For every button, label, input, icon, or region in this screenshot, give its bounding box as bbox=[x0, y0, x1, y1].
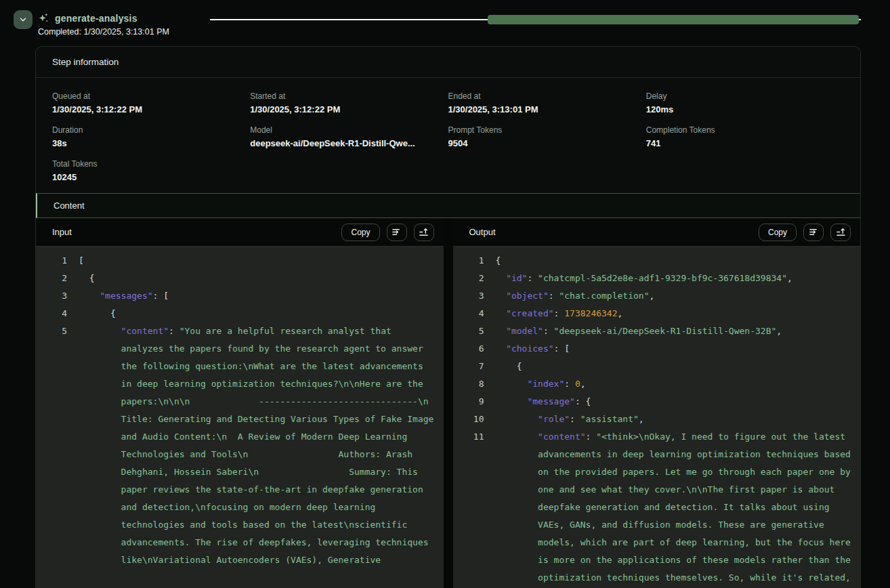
scroll-top-icon bbox=[419, 227, 429, 237]
code-text: "created": 1738246342, bbox=[496, 305, 851, 322]
json-punct: , bbox=[649, 291, 654, 301]
json-punct: : bbox=[564, 379, 575, 389]
step-heading: generate-analysis Completed: 1/30/2025, … bbox=[38, 12, 169, 37]
wrap-text-icon bbox=[809, 227, 819, 237]
json-punct: : bbox=[554, 308, 565, 318]
info-field-value: 9504 bbox=[448, 138, 638, 148]
info-field-value: 10245 bbox=[52, 172, 242, 182]
json-punct: [ bbox=[79, 255, 84, 266]
json-key: "model" bbox=[506, 326, 543, 336]
code-text: "role": "assistant", bbox=[496, 411, 851, 428]
json-punct: : bbox=[549, 291, 559, 301]
info-field-label: Queued at bbox=[52, 91, 242, 101]
line-number: 6 bbox=[469, 340, 484, 358]
code-text: { bbox=[79, 305, 434, 322]
line-number: 2 bbox=[52, 270, 67, 287]
info-field-label: Model bbox=[250, 125, 440, 135]
scroll-top-button[interactable] bbox=[414, 224, 434, 241]
code-text: "content": "You are a helpful research a… bbox=[79, 322, 434, 569]
code-text: { bbox=[496, 252, 851, 270]
info-field-value: 1/30/2025, 3:12:22 PM bbox=[250, 104, 440, 114]
code-text: { bbox=[496, 358, 851, 375]
json-key: "object" bbox=[506, 291, 549, 301]
info-field: Prompt Tokens9504 bbox=[448, 114, 646, 148]
info-field-label: Prompt Tokens bbox=[448, 125, 638, 135]
copy-button[interactable]: Copy bbox=[759, 224, 797, 241]
info-field: Total Tokens10245 bbox=[52, 148, 250, 182]
collapse-button[interactable] bbox=[14, 10, 33, 29]
json-key: "content" bbox=[538, 432, 585, 442]
info-field: Ended at1/30/2025, 3:13:01 PM bbox=[448, 81, 646, 114]
section-title: Step information bbox=[52, 57, 119, 67]
line-number: 4 bbox=[469, 305, 484, 322]
output-code-editor[interactable]: 1{2"id": "chatcmpl-5a5d2e8e-adf1-9329-bf… bbox=[453, 247, 861, 588]
scroll-top-button[interactable] bbox=[830, 224, 851, 241]
code-line: 5"model": "deepseek-ai/DeepSeek-R1-Disti… bbox=[469, 322, 851, 340]
code-line: 3"messages": [ bbox=[52, 287, 434, 305]
json-punct: { bbox=[517, 361, 522, 371]
copy-button[interactable]: Copy bbox=[341, 224, 379, 241]
code-text: "messages": [ bbox=[79, 287, 434, 305]
info-field: Modeldeepseek-ai/DeepSeek-R1-Distill-Qwe… bbox=[250, 114, 448, 148]
line-number: 9 bbox=[469, 393, 484, 411]
code-text: "message": { bbox=[496, 393, 851, 411]
json-punct: , bbox=[776, 326, 782, 336]
info-field: Duration38s bbox=[52, 114, 250, 148]
code-text: "model": "deepseek-ai/DeepSeek-R1-Distil… bbox=[496, 322, 851, 340]
content-title: Content bbox=[54, 201, 85, 211]
code-line: 6"choices": [ bbox=[469, 340, 851, 358]
line-number: 8 bbox=[469, 375, 484, 393]
wrap-text-button[interactable] bbox=[803, 224, 824, 241]
content-section-header[interactable]: Content bbox=[36, 193, 860, 218]
json-punct: , bbox=[618, 308, 623, 318]
line-number: 2 bbox=[469, 270, 484, 287]
info-field: Started at1/30/2025, 3:12:22 PM bbox=[250, 81, 448, 114]
code-line: 10"role": "assistant", bbox=[469, 411, 851, 428]
json-string: "You are a helpful research analyst that… bbox=[121, 326, 444, 565]
code-line: 9"message": { bbox=[469, 393, 851, 411]
top-header: generate-analysis Completed: 1/30/2025, … bbox=[0, 0, 890, 42]
json-key: "messages" bbox=[100, 291, 152, 301]
code-text: "index": 0, bbox=[496, 375, 851, 393]
info-field-value: 38s bbox=[52, 138, 242, 148]
json-punct: , bbox=[787, 273, 792, 283]
json-key: "id" bbox=[506, 273, 527, 283]
info-field-label: Delay bbox=[646, 91, 836, 101]
page-title: generate-analysis bbox=[55, 13, 137, 24]
wrap-text-icon bbox=[391, 227, 402, 237]
code-text: "choices": [ bbox=[496, 340, 851, 358]
timeline-bar[interactable] bbox=[488, 15, 859, 24]
info-field: Queued at1/30/2025, 3:12:22 PM bbox=[52, 81, 250, 114]
info-field: Completion Tokens741 bbox=[646, 114, 844, 148]
code-line: 2"id": "chatcmpl-5a5d2e8e-adf1-9329-bf9c… bbox=[469, 270, 851, 287]
code-line: 3"object": "chat.completion", bbox=[469, 287, 851, 305]
io-panels: Input Copy 1[2{3" bbox=[36, 218, 860, 588]
line-number: 1 bbox=[52, 252, 67, 270]
json-key: "content" bbox=[121, 326, 169, 336]
step-information-header: Step information bbox=[36, 47, 860, 78]
code-text: "content": "<think>\nOkay, I need to fig… bbox=[496, 428, 851, 587]
json-punct: , bbox=[639, 414, 644, 424]
code-text: "object": "chat.completion", bbox=[496, 287, 851, 305]
json-punct: : bbox=[570, 414, 580, 424]
input-code-editor[interactable]: 1[2{3"messages": [4{5"content": "You are… bbox=[36, 247, 444, 588]
output-panel-header: Output Copy bbox=[453, 218, 861, 247]
code-text: [ bbox=[79, 252, 434, 270]
json-key: "role" bbox=[538, 414, 570, 424]
json-string: "assistant" bbox=[580, 414, 639, 424]
json-number: 1738246342 bbox=[564, 308, 617, 318]
info-field-label: Started at bbox=[250, 91, 440, 101]
json-key: "created" bbox=[506, 308, 553, 318]
line-number: 4 bbox=[52, 305, 67, 322]
info-field-value: 1/30/2025, 3:12:22 PM bbox=[52, 104, 242, 114]
step-detail-card: Step information Queued at1/30/2025, 3:1… bbox=[35, 46, 861, 588]
json-key: "message" bbox=[527, 396, 574, 406]
wrap-text-button[interactable] bbox=[387, 224, 407, 241]
code-text: { bbox=[79, 270, 434, 287]
info-field-label: Total Tokens bbox=[52, 159, 242, 169]
code-line: 1[ bbox=[52, 252, 434, 270]
code-line: 7{ bbox=[469, 358, 851, 375]
info-field-value: 1/30/2025, 3:13:01 PM bbox=[448, 104, 638, 114]
info-field-value: deepseek-ai/DeepSeek-R1-Distill-Qwe... bbox=[250, 138, 440, 148]
input-panel: Input Copy 1[2{3" bbox=[36, 218, 444, 588]
